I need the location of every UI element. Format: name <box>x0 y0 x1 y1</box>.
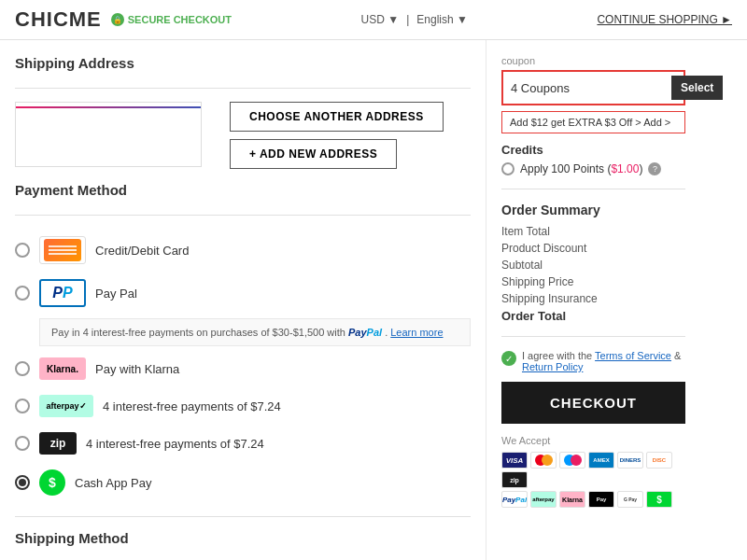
right-panel: coupon Select Add $12 get EXTRA $3 Off >… <box>486 40 700 560</box>
terms-link[interactable]: Terms of Service <box>595 350 671 361</box>
credits-amount: $1.00 <box>611 162 639 175</box>
amex-logo: AMEX <box>588 452 614 469</box>
order-summary-title: Order Summary <box>501 203 685 217</box>
radio-zip[interactable] <box>15 436 30 451</box>
radio-cc[interactable] <box>15 243 30 258</box>
checkmark: ✓ <box>505 354 513 364</box>
shipping-address-title: Shipping Address <box>15 55 471 75</box>
applepay-logo: Pay <box>588 491 614 508</box>
order-row-shipping-price: Shipping Price <box>501 275 685 288</box>
coupon-promo: Add $12 get EXTRA $3 Off > Add > <box>501 111 685 133</box>
accept-logos-row2: PayPal afterpay Klarna Pay G Pay $ <box>501 491 685 508</box>
visa-logo: VISA <box>501 452 528 469</box>
radio-klarna[interactable] <box>15 361 30 376</box>
payment-option-cc[interactable]: Credit/Debit Card <box>15 229 471 272</box>
credits-option-label: Apply 100 Points ($1.00) <box>520 162 642 175</box>
cc-logo <box>39 236 86 264</box>
maestro-logo <box>559 452 585 469</box>
payment-option-afterpay[interactable]: afterpay✓ 4 interest-free payments of $7… <box>15 387 471 425</box>
paypal-promo: Pay in 4 interest-free payments on purch… <box>39 318 471 346</box>
logo: CHICME <box>15 7 102 32</box>
secure-label: SECURE CHECKOUT <box>128 14 232 25</box>
order-row-subtotal: Subtotal <box>501 259 685 272</box>
credits-radio[interactable] <box>501 162 514 175</box>
mastercard-logo <box>530 452 557 469</box>
cc-line2 <box>49 249 77 251</box>
cashapp-label: Cash App Pay <box>75 476 151 490</box>
choose-another-address-button[interactable]: CHOOSE ANOTHER ADDRESS <box>230 102 444 132</box>
we-accept-section: We Accept VISA <box>501 435 685 508</box>
agreement-and: & <box>674 350 681 361</box>
checkout-button[interactable]: CHECKOUT <box>501 382 685 424</box>
address-underline <box>16 106 201 108</box>
radio-paypal[interactable] <box>15 286 30 301</box>
header-center: USD ▼ | English ▼ <box>361 13 468 26</box>
address-box <box>15 102 202 167</box>
shipping-method-title: Shipping Method <box>15 530 471 550</box>
klarna-accept-logo: Klarna <box>559 491 585 508</box>
cashapp-accept-logo: $ <box>646 491 672 508</box>
order-row-order-total: Order Total <box>501 309 685 323</box>
separator: | <box>406 13 409 26</box>
paypal-label: Pay Pal <box>95 287 137 301</box>
order-row-shipping-insurance: Shipping Insurance <box>501 292 685 305</box>
cashapp-logo: $ <box>39 469 65 496</box>
mc-circle-orange <box>542 455 553 466</box>
cc-logo-inner <box>44 239 81 261</box>
learn-more-link[interactable]: Learn more <box>390 327 443 338</box>
afterpay-logo: afterpay✓ <box>39 395 93 417</box>
googlepay-logo: G Pay <box>617 491 643 508</box>
cc-line3 <box>49 253 77 255</box>
payment-section: Payment Method Credit/ <box>15 182 471 503</box>
continue-shopping-link[interactable]: CONTINUE SHOPPING ► <box>597 13 732 26</box>
credits-option: Apply 100 Points ($1.00) ? <box>501 162 685 175</box>
secure-icon: 🔒 <box>111 13 124 26</box>
header: CHICME 🔒 SECURE CHECKOUT USD ▼ | English… <box>0 0 747 40</box>
coupon-box: Select <box>501 70 685 105</box>
left-panel: Shipping Address CHOOSE ANOTHER ADDRESS … <box>0 40 486 560</box>
paypal-logo: PP <box>39 279 86 307</box>
we-accept-title: We Accept <box>501 435 685 446</box>
maestro-c2 <box>571 455 582 466</box>
zip-logo: zip <box>39 432 77 455</box>
zip-label: 4 interest-free payments of $7.24 <box>86 437 264 451</box>
radio-afterpay[interactable] <box>15 399 30 413</box>
discover-logo: DISC <box>646 452 672 469</box>
payment-option-cashapp[interactable]: $ Cash App Pay <box>15 462 471 503</box>
payment-option-zip[interactable]: zip 4 interest-free payments of $7.24 <box>15 425 471 462</box>
afterpay-accept-logo: afterpay <box>530 491 557 508</box>
add-new-address-button[interactable]: + ADD NEW ADDRESS <box>230 139 397 169</box>
return-policy-link[interactable]: Return Policy <box>522 361 583 372</box>
payment-option-klarna[interactable]: Klarna. Pay with Klarna <box>15 350 471 387</box>
coupon-select-button[interactable]: Select <box>671 76 723 100</box>
lock-icon: 🔒 <box>113 16 122 24</box>
paypal-p1: P <box>52 285 63 301</box>
klarna-label: Pay with Klarna <box>95 362 179 376</box>
coupon-input[interactable] <box>507 77 671 99</box>
credits-info-icon[interactable]: ? <box>648 162 661 175</box>
divider3 <box>15 516 471 517</box>
accept-logos: VISA AMEX DINERS <box>501 452 685 488</box>
divider4 <box>501 189 685 189</box>
paypal-p2: P <box>63 285 73 301</box>
order-summary: Order Summary Item Total Product Discoun… <box>501 203 685 323</box>
divider <box>15 88 471 89</box>
coupon-input-row: Select <box>507 76 680 100</box>
header-left: CHICME 🔒 SECURE CHECKOUT <box>15 7 232 32</box>
currency-selector[interactable]: USD ▼ <box>361 13 400 26</box>
language-selector[interactable]: English ▼ <box>416 13 468 26</box>
credits-title: Credits <box>501 143 685 157</box>
zip-accept-logo: zip <box>501 471 528 488</box>
secure-badge: 🔒 SECURE CHECKOUT <box>111 13 232 26</box>
cc-label: Credit/Debit Card <box>95 244 189 258</box>
coupon-label: coupon <box>501 55 685 66</box>
address-buttons: CHOOSE ANOTHER ADDRESS + ADD NEW ADDRESS <box>211 102 444 169</box>
credits-section: Credits Apply 100 Points ($1.00) ? <box>501 143 685 175</box>
cc-lines <box>49 244 77 257</box>
radio-cashapp[interactable] <box>15 475 30 490</box>
payment-option-paypal[interactable]: PP Pay Pal <box>15 272 471 315</box>
order-row-item-total: Item Total <box>501 225 685 238</box>
address-row: CHOOSE ANOTHER ADDRESS + ADD NEW ADDRESS <box>15 102 471 169</box>
agreement-check-icon[interactable]: ✓ <box>501 351 516 366</box>
main-content: Shipping Address CHOOSE ANOTHER ADDRESS … <box>0 40 747 560</box>
